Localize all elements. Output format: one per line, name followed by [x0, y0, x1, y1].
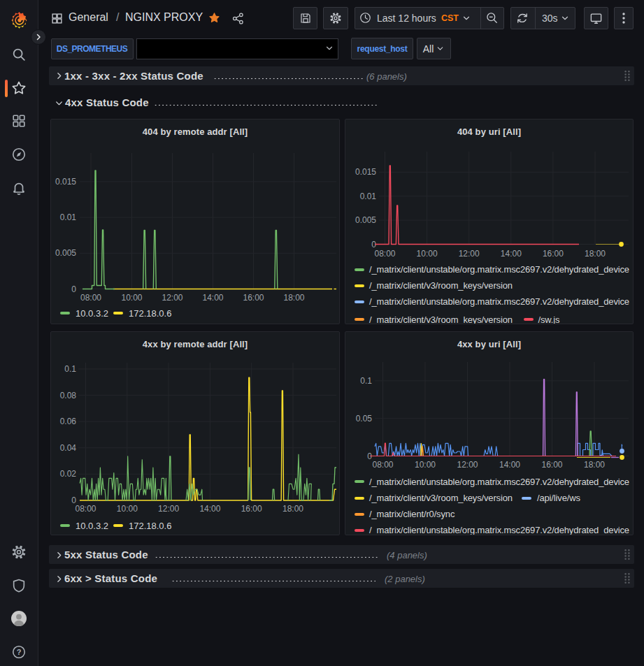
svg-text:10.0.3.2: 10.0.3.2 [76, 521, 108, 531]
svg-text:12:00: 12:00 [457, 460, 478, 470]
svg-text:0.04: 0.04 [60, 443, 77, 453]
svg-text:0.005: 0.005 [355, 215, 376, 225]
svg-text:0.005: 0.005 [55, 248, 76, 258]
svg-text:12:00: 12:00 [162, 293, 183, 303]
svg-text:10:00: 10:00 [121, 293, 142, 303]
svg-text:16:00: 16:00 [543, 249, 564, 259]
svg-text:?: ? [17, 648, 22, 656]
svg-text:10:00: 10:00 [415, 460, 436, 470]
svg-text:14:00: 14:00 [501, 249, 522, 259]
svg-text:0: 0 [71, 284, 76, 294]
svg-text:18:00: 18:00 [283, 293, 304, 303]
svg-text:0.1: 0.1 [360, 376, 372, 386]
svg-text:0.08: 0.08 [60, 391, 77, 400]
svg-text:10:00: 10:00 [117, 504, 138, 514]
svg-text:172.18.0.6: 172.18.0.6 [129, 521, 171, 531]
svg-text:08:00: 08:00 [372, 460, 393, 470]
svg-text:0.06: 0.06 [60, 417, 77, 426]
svg-text:18:00: 18:00 [282, 504, 303, 514]
svg-text:08:00: 08:00 [80, 293, 101, 303]
svg-text:0.015: 0.015 [355, 167, 376, 177]
svg-text:18:00: 18:00 [585, 249, 606, 259]
svg-text:12:00: 12:00 [158, 504, 179, 514]
svg-text:14:00: 14:00 [202, 293, 223, 303]
svg-text:12:00: 12:00 [459, 249, 480, 259]
svg-text:08:00: 08:00 [75, 504, 96, 514]
svg-text:16:00: 16:00 [243, 293, 264, 303]
svg-text:14:00: 14:00 [199, 504, 220, 514]
svg-text:18:00: 18:00 [584, 460, 605, 470]
svg-text:172.18.0.6: 172.18.0.6 [129, 308, 171, 319]
svg-text:0.01: 0.01 [360, 191, 377, 201]
svg-text:0.015: 0.015 [55, 177, 76, 187]
svg-text:10.0.3.2: 10.0.3.2 [76, 308, 108, 319]
svg-text:14:00: 14:00 [499, 460, 520, 470]
svg-text:16:00: 16:00 [241, 504, 262, 514]
svg-text:0.02: 0.02 [60, 469, 77, 479]
svg-text:0.1: 0.1 [64, 364, 76, 374]
svg-text:10:00: 10:00 [417, 249, 438, 259]
svg-text:0.01: 0.01 [60, 212, 77, 222]
svg-text:08:00: 08:00 [374, 249, 395, 259]
svg-text:16:00: 16:00 [541, 460, 562, 470]
svg-text:0.05: 0.05 [356, 414, 373, 424]
